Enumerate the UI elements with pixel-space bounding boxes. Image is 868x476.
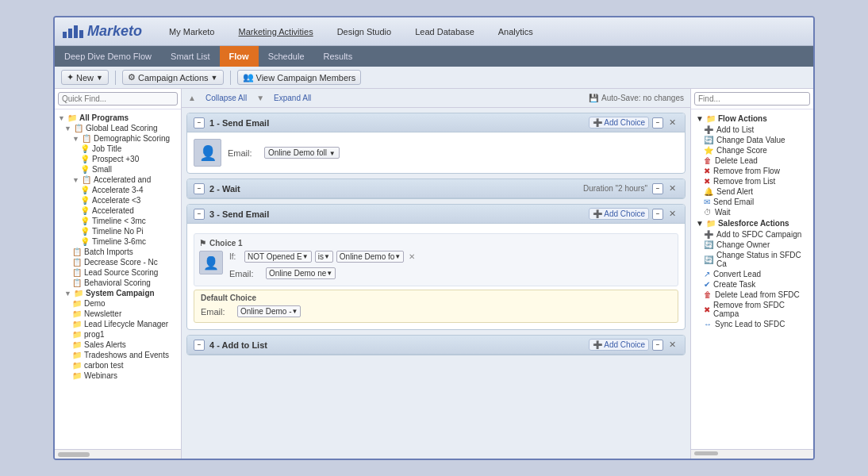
- cond-field-select[interactable]: NOT Opened E: [244, 251, 312, 263]
- tree-webinars[interactable]: 📁 Webinars: [55, 370, 181, 381]
- bulb-icon: 💡: [80, 227, 90, 236]
- nav-marketing-activities[interactable]: Marketing Activities: [228, 22, 325, 41]
- hscroll-thumb[interactable]: [58, 452, 90, 457]
- step-2-header: − 2 - Wait Duration "2 hours" − ✕: [187, 179, 685, 198]
- tree-lead-source[interactable]: 📋 Lead Source Scoring: [55, 267, 181, 278]
- step-2-minimize[interactable]: −: [652, 183, 663, 194]
- view-members-button[interactable]: 👥 View Campaign Members: [237, 70, 362, 85]
- expand-icon: ▼: [64, 125, 71, 132]
- action-wait[interactable]: ⏱ Wait: [691, 207, 813, 217]
- flow-actions-header[interactable]: ▼ 📁 Flow Actions: [691, 113, 813, 125]
- action-add-to-list[interactable]: ➕ Add to List: [691, 125, 813, 135]
- step-2-actions: − ✕: [652, 183, 678, 194]
- action-change-score[interactable]: ⭐ Change Score: [691, 145, 813, 155]
- step-1-email-select[interactable]: Online Demo foll: [264, 147, 340, 159]
- tree-decrease-score[interactable]: 📋 Decrease Score - Nc: [55, 257, 181, 267]
- sf-convert-lead-icon: ↗: [704, 270, 710, 278]
- tree-carbon-test[interactable]: 📁 carbon test: [55, 360, 181, 370]
- step-4-add-choice[interactable]: ➕ Add Choice: [589, 339, 649, 351]
- folder-icon: 📁: [72, 309, 82, 318]
- sf-action-change-status[interactable]: 🔄 Change Status in SFDC Ca: [691, 250, 813, 269]
- tree-accelerated-and[interactable]: ▼ 📋 Accelerated and: [55, 175, 181, 185]
- nav-my-marketo[interactable]: My Marketo: [158, 22, 225, 41]
- step-3-add-choice[interactable]: ➕ Add Choice: [589, 208, 649, 220]
- tab-smart-list[interactable]: Smart List: [161, 46, 220, 67]
- tree-all-programs[interactable]: ▼ 📁 All Programs: [55, 113, 181, 123]
- default-choice-section: Default Choice Email: Online Demo -: [194, 290, 678, 323]
- center-panel: ▲ Collapse All ▼ Expand All 💾 Auto-Save:…: [182, 89, 690, 459]
- tab-deep-dive[interactable]: Deep Dive Demo Flow: [55, 46, 161, 67]
- tree-system-campaigns[interactable]: ▼ 📁 System Campaign: [55, 288, 181, 298]
- step-3-toggle[interactable]: −: [194, 209, 205, 220]
- step-1-minimize[interactable]: −: [652, 117, 663, 129]
- step-2-close[interactable]: ✕: [666, 183, 678, 194]
- step-4-close[interactable]: ✕: [666, 340, 678, 350]
- tree-demo[interactable]: 📁 Demo: [55, 298, 181, 309]
- tree-small[interactable]: 💡 Small: [55, 164, 181, 175]
- expand-all-button[interactable]: Expand All: [271, 93, 314, 103]
- tree-sales-alerts[interactable]: 📁 Sales Alerts: [55, 340, 181, 350]
- tree-global-lead-scoring[interactable]: ▼ 📋 Global Lead Scoring: [55, 123, 181, 133]
- step-3-close[interactable]: ✕: [666, 209, 678, 219]
- choice-1-email-select[interactable]: Online Demo ne: [266, 267, 336, 279]
- tab-results[interactable]: Results: [314, 46, 363, 67]
- step-1-add-choice[interactable]: ➕ Add Choice: [589, 117, 649, 129]
- nav-analytics[interactable]: Analytics: [487, 22, 544, 41]
- sf-action-remove-campaign[interactable]: ✖ Remove from SFDC Campa: [691, 300, 813, 319]
- new-button[interactable]: ✦ New ▼: [61, 70, 109, 85]
- tree-newsletter[interactable]: 📁 Newsletter: [55, 309, 181, 319]
- sf-action-change-owner[interactable]: 🔄 Change Owner: [691, 240, 813, 250]
- tree-demographic-scoring[interactable]: ▼ 📋 Demographic Scoring: [55, 133, 181, 144]
- right-search-input[interactable]: [694, 92, 810, 106]
- tree-accelerate-34[interactable]: 💡 Accelerate 3-4: [55, 185, 181, 195]
- step-4-toggle[interactable]: −: [194, 340, 205, 351]
- step-3-header: − 3 - Send Email ➕ Add Choice − ✕: [187, 205, 685, 224]
- nav-design-studio[interactable]: Design Studio: [326, 22, 403, 41]
- toolbar: ✦ New ▼ ⚙ Campaign Actions ▼ 👥 View Camp…: [55, 67, 813, 89]
- sf-action-sync-lead[interactable]: ↔ Sync Lead to SFDC: [691, 319, 813, 329]
- sf-action-delete-lead[interactable]: 🗑 Delete Lead from SFDC: [691, 290, 813, 300]
- step-4-minimize[interactable]: −: [652, 340, 663, 351]
- salesforce-actions-header[interactable]: ▼ 📁 Salesforce Actions: [691, 217, 813, 229]
- tree-prospect-30[interactable]: 💡 Prospect +30: [55, 154, 181, 164]
- step-1-close[interactable]: ✕: [666, 117, 678, 128]
- add-choice-label: Add Choice: [604, 118, 645, 127]
- folder-icon: 📁: [72, 361, 82, 370]
- sidebar-search-input[interactable]: [58, 92, 178, 106]
- tree-lead-lifecycle[interactable]: 📁 Lead Lifecycle Manager: [55, 319, 181, 329]
- tree-label: Demo: [84, 299, 106, 308]
- tree-job-title[interactable]: 💡 Job Title: [55, 144, 181, 154]
- tree-accelerate-lt3[interactable]: 💡 Accelerate <3: [55, 195, 181, 205]
- action-change-data[interactable]: 🔄 Change Data Value: [691, 135, 813, 145]
- sf-action-add-campaign[interactable]: ➕ Add to SFDC Campaign: [691, 229, 813, 240]
- action-delete-lead[interactable]: 🗑 Delete Lead: [691, 155, 813, 166]
- sf-action-convert-lead[interactable]: ↗ Convert Lead: [691, 269, 813, 279]
- action-send-alert[interactable]: 🔔 Send Alert: [691, 186, 813, 197]
- tree-prog1[interactable]: 📁 prog1: [55, 329, 181, 340]
- tree-tradeshows[interactable]: 📁 Tradeshows and Events: [55, 350, 181, 360]
- tab-schedule[interactable]: Schedule: [259, 46, 314, 67]
- tree-timeline-3mc[interactable]: 💡 Timeline < 3mc: [55, 216, 181, 226]
- cond-remove-icon[interactable]: ✕: [407, 252, 417, 261]
- tree-timeline-36mc[interactable]: 💡 Timeline 3-6mc: [55, 236, 181, 247]
- cond-value-select[interactable]: Online Demo fo: [336, 251, 404, 263]
- right-hscroll-thumb[interactable]: [694, 451, 718, 455]
- sf-action-create-task[interactable]: ✔ Create Task: [691, 279, 813, 290]
- nav-lead-database[interactable]: Lead Database: [404, 22, 486, 41]
- action-send-email[interactable]: ✉ Send Email: [691, 197, 813, 207]
- tab-flow[interactable]: Flow: [220, 46, 259, 67]
- collapse-all-button[interactable]: Collapse All: [202, 93, 250, 103]
- campaign-actions-button[interactable]: ⚙ Campaign Actions ▼: [122, 70, 224, 85]
- tree-timeline-no-pi[interactable]: 💡 Timeline No Pi: [55, 226, 181, 236]
- tree-label: Tradeshows and Events: [84, 351, 169, 359]
- tree-batch-imports[interactable]: 📋 Batch Imports: [55, 247, 181, 257]
- step-2-toggle[interactable]: −: [194, 183, 205, 194]
- action-remove-list[interactable]: ✖ Remove from List: [691, 176, 813, 186]
- action-remove-flow[interactable]: ✖ Remove from Flow: [691, 166, 813, 176]
- default-email-select[interactable]: Online Demo -: [237, 305, 301, 317]
- cond-operator-select[interactable]: is: [315, 251, 333, 263]
- tree-behavioral[interactable]: 📋 Behavioral Scoring: [55, 278, 181, 288]
- step-3-minimize[interactable]: −: [652, 209, 663, 220]
- step-1-toggle[interactable]: −: [194, 117, 205, 129]
- tree-accelerated[interactable]: 💡 Accelerated: [55, 205, 181, 216]
